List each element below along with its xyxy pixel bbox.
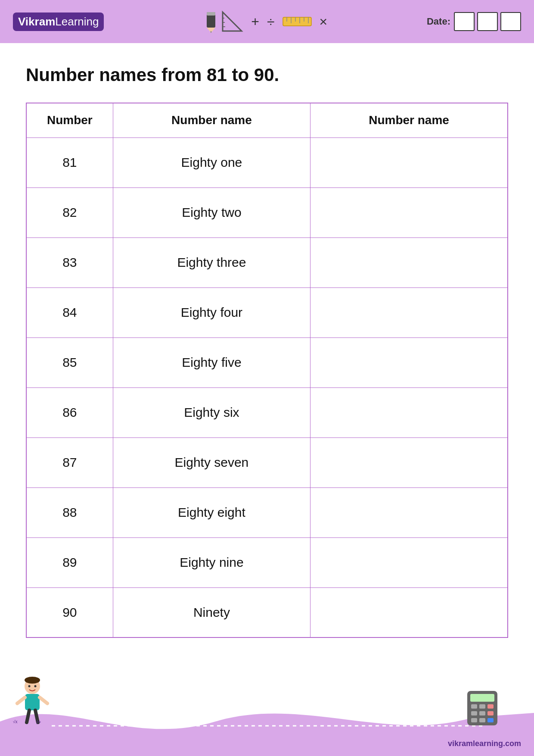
main-content: Number names from 81 to 90. Number Numbe…: [0, 43, 534, 655]
set-square-icon: [221, 10, 243, 33]
cell-number: 89: [26, 537, 113, 587]
svg-text:∫∞: ∫∞: [36, 719, 41, 724]
svg-line-21: [40, 697, 47, 703]
calculator-icon: [465, 689, 500, 734]
cell-name-write[interactable]: [310, 237, 508, 287]
cell-number: 83: [26, 237, 113, 287]
logo-learning: Learning: [55, 15, 99, 28]
table-header-row: Number Number name Number name: [26, 103, 508, 137]
cell-name-given: Eighty six: [113, 387, 310, 437]
table-row: 86Eighty six: [26, 387, 508, 437]
number-table: Number Number name Number name 81Eighty …: [26, 103, 508, 638]
svg-rect-9: [283, 17, 311, 26]
svg-rect-36: [471, 718, 477, 722]
cell-name-write[interactable]: [310, 137, 508, 187]
cell-name-given: Eighty nine: [113, 537, 310, 587]
cell-name-given: Eighty one: [113, 137, 310, 187]
table-row: 84Eighty four: [26, 287, 508, 337]
cell-name-given: Eighty five: [113, 337, 310, 387]
cell-name-given: Eighty three: [113, 237, 310, 287]
cell-name-write[interactable]: [310, 187, 508, 237]
cell-name-write[interactable]: [310, 537, 508, 587]
col-name-given-header: Number name: [113, 103, 310, 137]
cell-name-write[interactable]: [310, 287, 508, 337]
cell-name-write[interactable]: [310, 437, 508, 487]
cell-name-write[interactable]: [310, 487, 508, 537]
ruler-icon: [283, 16, 312, 28]
calculator-svg: [465, 689, 500, 728]
svg-rect-29: [470, 694, 494, 702]
svg-point-24: [28, 685, 31, 687]
col-name-write-header: Number name: [310, 103, 508, 137]
svg-point-25: [34, 685, 37, 687]
cell-number: 86: [26, 387, 113, 437]
triangle-pencil-icon: [203, 10, 243, 33]
cell-name-given: Ninety: [113, 587, 310, 637]
svg-rect-34: [479, 711, 485, 715]
table-row: 89Eighty nine: [26, 537, 508, 587]
svg-rect-33: [471, 711, 477, 715]
svg-line-22: [27, 710, 29, 722]
page-title: Number names from 81 to 90.: [26, 65, 508, 85]
date-label: Date:: [427, 16, 450, 27]
kid-svg: √x ∫∞: [13, 677, 52, 724]
cell-number: 87: [26, 437, 113, 487]
svg-text:√x: √x: [13, 719, 18, 724]
cell-name-write[interactable]: [310, 587, 508, 637]
svg-rect-35: [487, 711, 494, 715]
cell-name-given: Eighty eight: [113, 487, 310, 537]
svg-rect-37: [479, 718, 485, 722]
date-box-2[interactable]: [477, 12, 498, 31]
svg-rect-19: [25, 694, 40, 710]
cell-number: 88: [26, 487, 113, 537]
cell-number: 90: [26, 587, 113, 637]
svg-line-20: [17, 697, 25, 703]
cell-name-given: Eighty seven: [113, 437, 310, 487]
cell-number: 84: [26, 287, 113, 337]
svg-rect-30: [471, 704, 477, 709]
date-box-1[interactable]: [454, 12, 475, 31]
svg-rect-31: [479, 704, 485, 709]
table-row: 85Eighty five: [26, 337, 508, 387]
table-row: 82Eighty two: [26, 187, 508, 237]
svg-rect-32: [487, 704, 494, 709]
table-row: 88Eighty eight: [26, 487, 508, 537]
kid-figure: √x ∫∞: [13, 677, 52, 732]
plus-icon: +: [251, 14, 259, 30]
date-boxes: [454, 12, 521, 31]
cell-name-write[interactable]: [310, 387, 508, 437]
logo: Vikram Learning: [13, 12, 104, 31]
cell-name-given: Eighty four: [113, 287, 310, 337]
table-row: 81Eighty one: [26, 137, 508, 187]
table-row: 87Eighty seven: [26, 437, 508, 487]
table-row: 90Ninety: [26, 587, 508, 637]
date-section: Date:: [427, 12, 521, 31]
cell-number: 85: [26, 337, 113, 387]
cell-name-given: Eighty two: [113, 187, 310, 237]
cell-number: 82: [26, 187, 113, 237]
header: Vikram Learning + ÷: [0, 0, 534, 43]
svg-rect-2: [207, 12, 215, 16]
multiply-icon: ×: [320, 14, 328, 30]
footer: √x ∫∞ vikramlearning.com: [0, 687, 534, 756]
cell-number: 81: [26, 137, 113, 187]
date-box-3[interactable]: [500, 12, 521, 31]
svg-point-18: [25, 677, 40, 684]
svg-marker-4: [223, 12, 242, 31]
header-icons: + ÷ ×: [117, 10, 414, 33]
divide-icon: ÷: [267, 14, 275, 30]
svg-rect-38: [487, 718, 494, 722]
logo-vikram: Vikram: [18, 15, 55, 28]
footer-website: vikramlearning.com: [448, 739, 521, 748]
pencil-icon: [203, 10, 219, 33]
cell-name-write[interactable]: [310, 337, 508, 387]
table-row: 83Eighty three: [26, 237, 508, 287]
col-number-header: Number: [26, 103, 113, 137]
